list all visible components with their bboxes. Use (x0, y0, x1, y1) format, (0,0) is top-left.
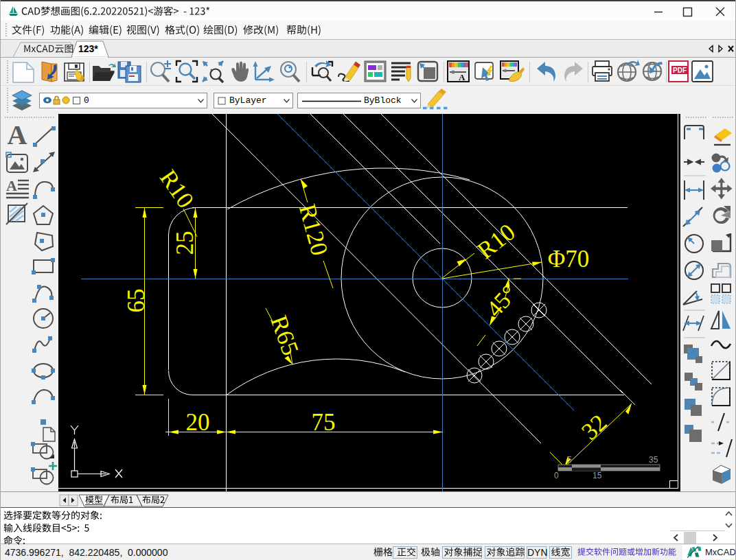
svg-text:A: A (8, 119, 27, 150)
svg-text:PDF: PDF (673, 67, 687, 74)
svg-text:5: 5 (567, 455, 572, 465)
svg-text:A: A (6, 177, 17, 194)
svg-text:Φ70: Φ70 (548, 246, 590, 272)
svg-text:A: A (459, 72, 465, 82)
svg-text:0: 0 (554, 471, 559, 480)
svg-text:R65: R65 (265, 312, 304, 359)
svg-text:20: 20 (186, 409, 210, 436)
svg-text:65: 65 (123, 289, 150, 313)
svg-text:R10: R10 (472, 218, 520, 264)
svg-text:15: 15 (593, 471, 602, 480)
svg-text:R120: R120 (294, 201, 333, 258)
svg-text:75: 75 (312, 409, 336, 436)
svg-text:25: 25 (172, 231, 198, 255)
svg-text:32: 32 (576, 409, 612, 445)
svg-text:R10: R10 (154, 165, 199, 213)
svg-text:35: 35 (649, 455, 658, 465)
